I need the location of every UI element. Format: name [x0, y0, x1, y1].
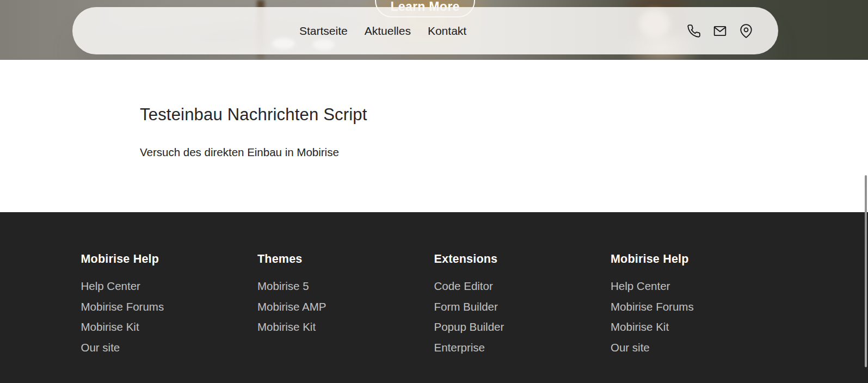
footer-column: Themes Mobirise 5Mobirise AMPMobirise Ki… — [257, 252, 434, 357]
footer-column-heading: Mobirise Help — [611, 252, 787, 266]
page-subtitle: Versuch des direkten Einbau in Mobirise — [140, 146, 339, 159]
nav-link-aktuelles[interactable]: Aktuelles — [365, 24, 411, 38]
footer-link[interactable]: Mobirise Kit — [611, 317, 669, 337]
nav-link-kontakt[interactable]: Kontakt — [428, 24, 466, 38]
footer-link[interactable]: Our site — [611, 337, 650, 358]
footer-link[interactable]: Code Editor — [434, 276, 493, 296]
footer-link[interactable]: Our site — [81, 337, 120, 358]
footer: Mobirise Help Help CenterMobirise Forums… — [0, 212, 868, 383]
phone-icon[interactable] — [687, 24, 701, 38]
scrollbar-thumb[interactable] — [865, 175, 867, 367]
nav-icons — [687, 7, 753, 54]
footer-link[interactable]: Mobirise AMP — [257, 296, 326, 317]
footer-link-list: Help CenterMobirise ForumsMobirise KitOu… — [81, 276, 258, 357]
footer-link[interactable]: Mobirise Kit — [257, 317, 316, 337]
footer-column: Mobirise Help Help CenterMobirise Forums… — [611, 252, 787, 357]
footer-link-list: Code EditorForm BuilderPopup BuilderEnte… — [434, 276, 611, 357]
footer-link[interactable]: Enterprise — [434, 337, 485, 358]
page-title: Testeinbau Nachrichten Script — [140, 105, 367, 125]
footer-link-list: Help CenterMobirise ForumsMobirise KitOu… — [611, 276, 787, 357]
footer-columns: Mobirise Help Help CenterMobirise Forums… — [81, 252, 787, 357]
nav-link-startseite[interactable]: Startseite — [299, 24, 348, 38]
footer-link[interactable]: Popup Builder — [434, 317, 504, 337]
footer-link[interactable]: Mobirise Forums — [81, 296, 164, 317]
hero-section: Learn More StartseiteAktuellesKontakt — [0, 0, 868, 60]
footer-column-heading: Extensions — [434, 252, 611, 266]
email-icon[interactable] — [713, 24, 727, 38]
footer-link[interactable]: Mobirise Kit — [81, 317, 139, 337]
main-content: Testeinbau Nachrichten Script Versuch de… — [0, 60, 868, 212]
location-icon[interactable] — [739, 24, 753, 38]
footer-link[interactable]: Mobirise 5 — [257, 276, 309, 296]
footer-link[interactable]: Help Center — [81, 276, 140, 296]
footer-link-list: Mobirise 5Mobirise AMPMobirise Kit — [257, 276, 434, 337]
nav-menu: StartseiteAktuellesKontakt — [299, 7, 466, 54]
footer-link[interactable]: Mobirise Forums — [611, 296, 694, 317]
footer-column-heading: Mobirise Help — [81, 252, 258, 266]
footer-link[interactable]: Help Center — [611, 276, 670, 296]
footer-link[interactable]: Form Builder — [434, 296, 498, 317]
navbar: StartseiteAktuellesKontakt — [72, 7, 778, 54]
footer-column-heading: Themes — [257, 252, 434, 266]
footer-column: Mobirise Help Help CenterMobirise Forums… — [81, 252, 258, 357]
footer-column: Extensions Code EditorForm BuilderPopup … — [434, 252, 611, 357]
